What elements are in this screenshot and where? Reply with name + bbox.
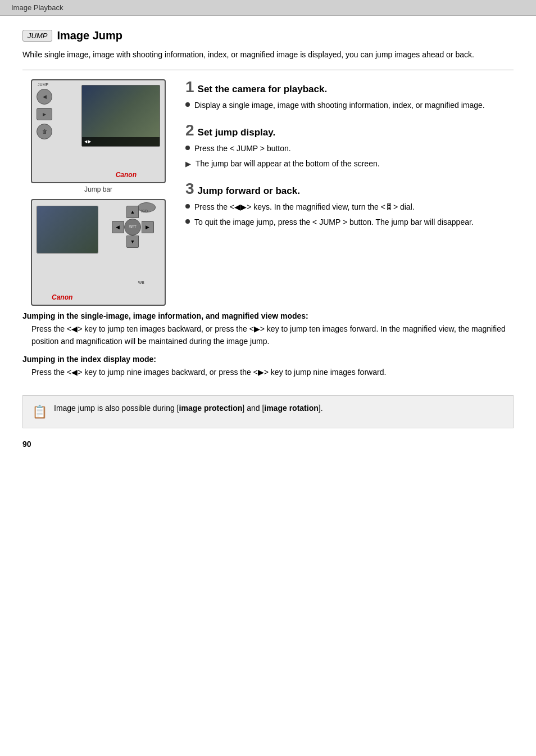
step-2-bullet-1: Press the < JUMP > button. [185,143,514,155]
canon-logo-1: Canon [116,171,137,179]
bullet-circle-icon [185,204,190,209]
steps-text-area: 1 Set the camera for playback. Display a… [185,79,514,306]
steps-image-area: JUMP ◀ ▶ 🗑 ◀ ▶ Canon Jump bar [22,79,174,306]
jump-bar-caption: Jump bar [84,185,112,193]
wb-label: WB [138,280,144,284]
camera-image-1: JUMP ◀ ▶ 🗑 ◀ ▶ Canon [31,79,166,183]
intro-text: While single image, image with shooting … [22,49,514,61]
bold-image-rotation: image rotation [264,404,318,413]
info-box: 📋 Image jump is also possible during [im… [22,395,514,428]
step-2-title: Set jump display. [198,127,276,138]
screen-content-2 [37,206,98,253]
jump-bar-text: ◀ ▶ [84,139,91,144]
dpad: ▲ ▼ ◀ ▶ SET [112,206,154,248]
title-section: JUMP Image Jump [22,29,514,42]
step-2-bullet-1-text: Press the < JUMP > button. [194,143,291,155]
bullet-circle-icon [185,146,190,150]
step-3-bullet-1: Press the <◀▶> keys. In the magnified vi… [185,201,514,213]
button-trash: 🗑 [37,124,52,139]
jump-badge: JUMP [22,30,52,42]
step-1: 1 Set the camera for playback. Display a… [185,79,514,111]
step-2-header: 2 Set jump display. [185,123,514,138]
step-3-title: Jump forward or back. [198,185,300,197]
dpad-down: ▼ [126,236,139,248]
step-3-number: 3 [185,181,194,197]
note-1: Jumping in the single-image, image infor… [22,311,514,348]
step-1-header: 1 Set the camera for playback. [185,79,514,95]
step-3-header: 3 Jump forward or back. [185,181,514,197]
section-divider [22,70,514,70]
step-2-bullet-2-text: The jump bar will appear at the bottom o… [196,158,380,170]
camera-dpad-area: ISO ▲ ▼ ◀ ▶ SET WB [107,206,158,301]
page-title: Image Jump [57,29,122,42]
note-2-heading: Jumping in the index display mode: [22,355,514,364]
button-play: ▶ [37,108,52,120]
screen-content-1: ◀ ▶ [82,85,160,146]
step-3-bullet-1-text: Press the <◀▶> keys. In the magnified vi… [194,201,415,213]
breadcrumb: Image Playback [11,3,63,12]
page-content: JUMP Image Jump While single image, imag… [0,16,536,462]
step-3-bullet-2: To quit the image jump, press the < JUMP… [185,216,514,228]
dpad-left: ◀ [112,221,124,233]
note-2-text: Press the <◀> key to jump nine images ba… [22,366,514,378]
step-2-number: 2 [185,123,194,138]
jump-label: JUMP [38,83,48,87]
camera-image-2: ISO ▲ ▼ ◀ ▶ SET WB Canon [31,199,166,306]
step-1-title: Set the camera for playback. [198,84,328,95]
step-1-bullet-1-text: Display a single image, image with shoot… [194,99,485,111]
step-3-bullet-2-text: To quit the image jump, press the < JUMP… [194,216,474,228]
step-2-bullet-2: ▶ The jump bar will appear at the bottom… [185,158,514,170]
jump-bar-display: ◀ ▶ [82,137,160,146]
bullet-circle-icon-2 [185,219,190,224]
camera-controls-left: ◀ ▶ 🗑 [37,89,52,139]
step-2-bullets: Press the < JUMP > button. ▶ The jump ba… [185,143,514,170]
page-header: Image Playback [0,0,536,16]
note-1-heading: Jumping in the single-image, image infor… [22,311,514,320]
canon-logo-2: Canon [52,293,72,301]
bold-image-protection: image protection [179,404,243,413]
step-1-number: 1 [185,79,194,95]
button-jump: ◀ [37,89,52,105]
camera-screen-1: ◀ ▶ [81,85,160,147]
bullet-circle-icon [185,102,190,107]
dpad-set: SET [124,219,141,236]
step-2: 2 Set jump display. Press the < JUMP > b… [185,123,514,170]
step-3-bullets: Press the <◀▶> keys. In the magnified vi… [185,201,514,228]
camera-screen-2 [37,206,98,253]
page-number: 90 [22,440,514,449]
dpad-right: ▶ [142,221,154,233]
steps-1-2-row: JUMP ◀ ▶ 🗑 ◀ ▶ Canon Jump bar [22,79,514,306]
note-1-text: Press the <◀> key to jump ten images bac… [22,323,514,348]
step-1-bullet-1: Display a single image, image with shoot… [185,99,514,111]
note-2: Jumping in the index display mode: Press… [22,355,514,378]
arrow-icon: ▶ [185,159,191,170]
info-box-text: Image jump is also possible during [imag… [54,402,323,414]
step-1-bullets: Display a single image, image with shoot… [185,99,514,111]
step-3: 3 Jump forward or back. Press the <◀▶> k… [185,181,514,228]
info-icon: 📋 [32,402,47,421]
dpad-up: ▲ [126,206,139,218]
notes-section: Jumping in the single-image, image infor… [22,311,514,378]
